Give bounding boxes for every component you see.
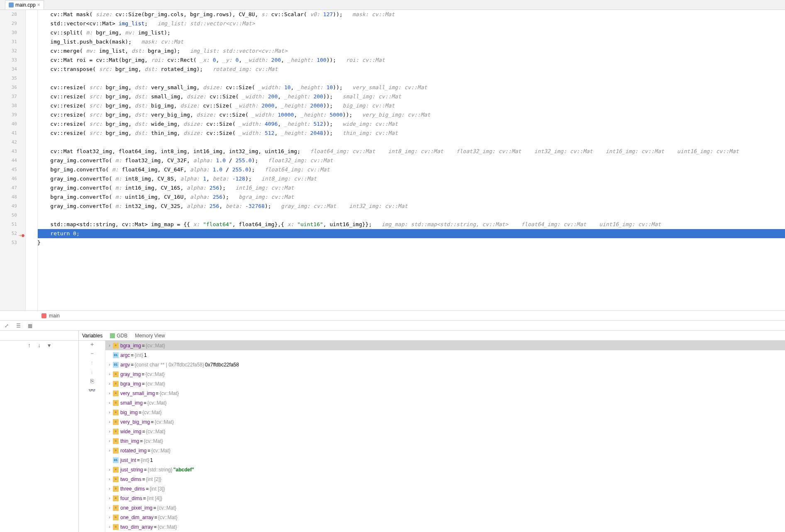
code-line[interactable] <box>37 74 785 83</box>
line-number[interactable]: 32 <box>0 46 17 56</box>
expander-icon[interactable]: › <box>107 420 112 424</box>
line-number[interactable]: 33 <box>0 56 17 65</box>
code-line[interactable]: cv::resize( src: bgr_img, dst: wide_img,… <box>37 120 785 129</box>
line-number[interactable]: 29 <box>0 19 17 28</box>
code-line[interactable]: gray_img.convertTo( m: int32_img, CV_32S… <box>37 202 785 211</box>
expander-icon[interactable]: › <box>107 486 112 491</box>
expander-icon[interactable]: › <box>107 410 112 415</box>
variable-row[interactable]: ›≡two_dim_array = {cv::Mat} <box>105 522 785 532</box>
variable-row[interactable]: ›≡three_dims = {int [3]} <box>105 484 785 493</box>
expander-icon[interactable]: › <box>107 448 112 453</box>
expander-icon[interactable]: › <box>107 496 112 500</box>
code-line[interactable]: cv::resize( src: bgr_img, dst: big_img, … <box>37 101 785 110</box>
variable-row[interactable]: ›≡very_big_img = {cv::Mat} <box>105 417 785 427</box>
breakpoint-arrow-icon[interactable]: ➔● <box>19 231 24 240</box>
expander-icon[interactable]: › <box>107 400 112 405</box>
expander-icon[interactable]: › <box>107 343 112 348</box>
code-line[interactable]: cv::split( m: bgr_img, mv: img_list); <box>37 28 785 37</box>
line-number[interactable]: 36 <box>0 83 17 92</box>
expander-icon[interactable]: › <box>107 515 112 520</box>
expander-icon[interactable]: › <box>107 525 112 529</box>
variable-row[interactable]: ›≡one_dim_array = {cv::Mat} <box>105 512 785 522</box>
code-line[interactable] <box>37 211 785 220</box>
frame-filter-icon[interactable]: ▾ <box>46 342 52 348</box>
file-tab-main-cpp[interactable]: main.cpp × <box>5 0 44 10</box>
line-number[interactable]: 35 <box>0 74 17 83</box>
code-line[interactable]: gray_img.convertTo( m: int16_img, CV_16S… <box>37 183 785 193</box>
variable-row[interactable]: ›≡bgra_img = {cv::Mat} <box>105 379 785 388</box>
variable-row[interactable]: ›≡gray_img = {cv::Mat} <box>105 369 785 379</box>
frame-down-icon[interactable]: ↓ <box>37 342 42 348</box>
code-line[interactable]: cv::resize( src: bgr_img, dst: thin_img,… <box>37 129 785 138</box>
watch-down-icon[interactable]: ↓ <box>89 369 95 375</box>
line-number[interactable]: 30 <box>0 28 17 37</box>
tab-variables[interactable]: Variables <box>82 333 102 339</box>
line-number[interactable]: 43 <box>0 147 17 156</box>
code-line[interactable]: cv::transpose( src: bgr_img, dst: rotate… <box>37 65 785 74</box>
code-line[interactable]: cv::merge( mv: img_list, dst: bgra_img);… <box>37 46 785 56</box>
line-number[interactable]: 49 <box>0 202 17 211</box>
expander-icon[interactable]: › <box>107 505 112 510</box>
variable-row[interactable]: ›≡just_string = {std::string} "abcdef" <box>105 465 785 474</box>
line-number[interactable]: 42 <box>0 138 17 147</box>
layout-icon[interactable]: ⤢ <box>3 322 10 329</box>
code-line[interactable]: cv::Mat float32_img, float64_img, int8_i… <box>37 147 785 156</box>
remove-watch-icon[interactable]: － <box>89 351 95 356</box>
frame-up-icon[interactable]: ↑ <box>27 342 32 348</box>
line-number[interactable]: 46 <box>0 174 17 183</box>
line-number[interactable]: 51 <box>0 220 17 229</box>
variable-row[interactable]: ›≡thin_img = {cv::Mat} <box>105 436 785 446</box>
line-number[interactable]: 39 <box>0 110 17 120</box>
line-number[interactable]: 28 <box>0 10 17 19</box>
glasses-icon[interactable]: 👓 <box>89 387 95 393</box>
code-line[interactable]: std::map<std::string, cv::Mat> img_map =… <box>37 220 785 229</box>
code-line[interactable]: } <box>37 238 785 247</box>
line-number[interactable]: 31 <box>0 37 17 46</box>
expander-icon[interactable]: › <box>107 362 112 367</box>
code-area[interactable]: cv::Mat mask( size: cv::Size(bgr_img.col… <box>26 10 785 310</box>
code-line[interactable]: return 0; <box>37 229 785 238</box>
line-number[interactable]: 52➔● <box>0 229 17 238</box>
code-line[interactable]: std::vector<cv::Mat> img_list; img_list:… <box>37 19 785 28</box>
variable-row[interactable]: ›≡bgra_img = {cv::Mat} <box>105 341 785 350</box>
line-number[interactable]: 44 <box>0 156 17 165</box>
variable-row[interactable]: 01just_int = {int} 1 <box>105 455 785 465</box>
line-number[interactable]: 41 <box>0 129 17 138</box>
variable-row[interactable]: ›≡small_img = {cv::Mat} <box>105 398 785 408</box>
expander-icon[interactable]: › <box>107 381 112 386</box>
line-number[interactable]: 48 <box>0 193 17 202</box>
copy-icon[interactable]: ⎘ <box>89 378 95 384</box>
list-icon[interactable]: ☰ <box>15 322 22 329</box>
variables-tree[interactable]: ›≡bgra_img = {cv::Mat}01argc = {int} 1›0… <box>105 341 785 532</box>
grid-icon[interactable]: ▦ <box>27 322 33 329</box>
code-line[interactable]: cv::resize( src: bgr_img, dst: small_img… <box>37 92 785 101</box>
expander-icon[interactable]: › <box>107 429 112 434</box>
code-line[interactable]: cv::resize( src: bgr_img, dst: very_big_… <box>37 110 785 120</box>
watch-up-icon[interactable]: ↑ <box>89 360 95 366</box>
line-number[interactable]: 40 <box>0 120 17 129</box>
close-icon[interactable]: × <box>37 2 40 8</box>
expander-icon[interactable]: › <box>107 372 112 376</box>
variable-row[interactable]: ›≡one_pixel_img = {cv::Mat} <box>105 503 785 512</box>
add-watch-icon[interactable]: ＋ <box>89 342 95 347</box>
code-line[interactable]: cv::Mat mask( size: cv::Size(bgr_img.col… <box>37 10 785 19</box>
variable-row[interactable]: ›≡wide_img = {cv::Mat} <box>105 427 785 436</box>
variable-row[interactable]: ›≡big_img = {cv::Mat} <box>105 408 785 417</box>
variable-row[interactable]: ›≡very_small_img = {cv::Mat} <box>105 388 785 398</box>
tab-memory-view[interactable]: Memory View <box>135 333 165 339</box>
line-number[interactable]: 50 <box>0 211 17 220</box>
variable-row[interactable]: ›≡two_dims = {int [2]} <box>105 474 785 484</box>
expander-icon[interactable]: › <box>107 477 112 481</box>
line-number[interactable]: 37 <box>0 92 17 101</box>
expander-icon[interactable]: › <box>107 439 112 443</box>
code-line[interactable]: bgr_img.convertTo( m: float64_img, CV_64… <box>37 165 785 174</box>
code-editor[interactable]: 2829303132333435363738394041424344454647… <box>0 10 785 310</box>
line-number[interactable]: 47 <box>0 183 17 193</box>
variable-row[interactable]: ›≡rotated_img = {cv::Mat} <box>105 446 785 455</box>
line-number[interactable]: 34 <box>0 65 17 74</box>
breadcrumb-label[interactable]: main <box>49 313 60 319</box>
code-line[interactable]: bgra_img.convertTo( m: uint16_img, CV_16… <box>37 193 785 202</box>
line-number[interactable]: 53 <box>0 238 17 247</box>
variable-row[interactable]: ›01argv = {const char ** | 0x7ffdbc22fa5… <box>105 360 785 369</box>
variable-row[interactable]: 01argc = {int} 1 <box>105 350 785 360</box>
